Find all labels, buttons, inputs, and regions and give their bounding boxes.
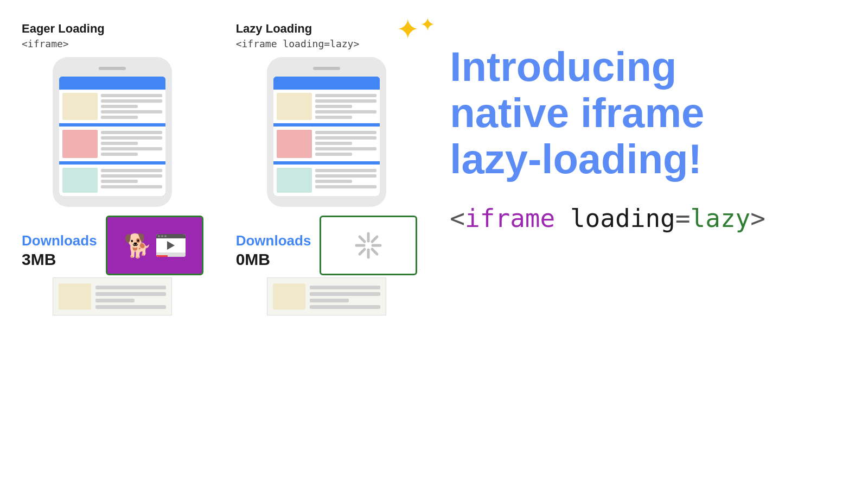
code-example: <iframe loading=lazy>	[450, 204, 846, 233]
line	[101, 136, 162, 140]
dog-icon: 🐕	[124, 232, 152, 259]
line	[101, 147, 162, 150]
headline-line3: lazy-loading!	[450, 136, 846, 182]
video-dot	[164, 235, 167, 237]
line	[101, 185, 162, 188]
lazy-below-phone	[267, 277, 386, 315]
eager-iframe-preview: 🐕	[106, 216, 203, 275]
content-lines-2	[101, 130, 162, 156]
line	[315, 105, 352, 108]
eager-below-phone	[53, 277, 172, 315]
lazy-title: Lazy Loading	[236, 22, 312, 36]
line	[315, 94, 376, 97]
screen-header	[59, 77, 165, 89]
img-placeholder-3	[277, 168, 312, 193]
line	[315, 169, 376, 172]
line	[101, 142, 138, 145]
line	[101, 94, 162, 97]
separator	[273, 162, 380, 163]
video-play-box	[156, 234, 186, 257]
line	[95, 292, 166, 296]
below-lines-lazy	[310, 283, 380, 309]
lazy-phone-frame	[267, 57, 386, 207]
lazy-downloads-area: Downloads 0MB	[236, 232, 311, 269]
line	[315, 136, 376, 140]
phone-speaker	[99, 67, 126, 70]
line	[315, 116, 352, 119]
svg-line-6	[372, 237, 377, 242]
line	[310, 299, 349, 302]
code-attr-value-lazy: lazy	[691, 204, 751, 233]
separator	[59, 162, 165, 163]
eager-downloads-row: Downloads 3MB 🐕	[22, 216, 203, 275]
separator	[59, 124, 165, 125]
img-placeholder-3	[62, 168, 98, 193]
eager-title: Eager Loading	[22, 22, 105, 36]
line	[315, 110, 376, 113]
eager-downloads-area: Downloads 3MB	[22, 232, 97, 269]
separator	[273, 124, 380, 125]
lazy-iframe-preview	[320, 216, 417, 275]
line	[101, 174, 162, 178]
eager-phone-screen	[59, 77, 165, 196]
code-attr-loading: loading	[570, 204, 675, 233]
code-equals: =	[675, 204, 691, 233]
content-block-3	[59, 165, 165, 196]
img-placeholder-2	[62, 130, 98, 158]
phones-section: Eager Loading <iframe>	[22, 22, 417, 315]
line	[101, 105, 138, 108]
lazy-downloads-label: Downloads	[236, 232, 311, 249]
eager-code: <iframe>	[22, 38, 69, 49]
loading-spinner-icon	[352, 229, 385, 262]
eager-phone-frame	[53, 57, 172, 207]
line	[315, 174, 376, 178]
content-lines-1	[101, 93, 162, 119]
content-block-2	[273, 127, 380, 161]
line	[101, 99, 162, 103]
sparkle-icon: ✦✦	[396, 15, 435, 43]
line	[95, 299, 135, 302]
img-placeholder-1	[277, 93, 312, 120]
content-lines-3	[315, 168, 376, 188]
line	[310, 286, 380, 289]
content-lines-2	[315, 130, 376, 156]
video-bottom-bar	[156, 252, 186, 257]
video-progress	[156, 255, 168, 257]
line	[315, 142, 352, 145]
content-block-1	[273, 90, 380, 123]
line	[101, 180, 138, 183]
video-play-area	[156, 238, 186, 252]
line	[101, 110, 162, 113]
content-block-1	[59, 90, 165, 123]
video-top-bar	[156, 234, 186, 238]
svg-line-5	[372, 249, 377, 254]
lazy-phone-screen	[273, 77, 380, 196]
eager-downloads-value: 3MB	[22, 250, 56, 269]
below-img-lazy	[273, 283, 305, 309]
phone-speaker	[313, 67, 340, 70]
content-block-2	[59, 127, 165, 161]
main-container: Eager Loading <iframe>	[0, 0, 868, 499]
line	[101, 116, 138, 119]
code-iframe-keyword: iframe	[465, 204, 555, 233]
code-space	[555, 204, 570, 233]
code-close-bracket: >	[750, 204, 765, 233]
line	[315, 131, 376, 134]
play-triangle-icon	[167, 241, 175, 250]
line	[95, 305, 166, 309]
line	[315, 99, 376, 103]
line	[315, 147, 376, 150]
text-section: Introducing native iframe lazy-loading! …	[417, 16, 846, 233]
line	[101, 169, 162, 172]
headline-line1: Introducing	[450, 43, 846, 90]
line	[315, 153, 352, 156]
line	[315, 180, 352, 183]
svg-line-7	[360, 249, 365, 254]
video-dot	[161, 235, 163, 237]
line	[315, 185, 376, 188]
lazy-downloads-row: Downloads 0MB	[236, 216, 418, 275]
eager-column: Eager Loading <iframe>	[22, 22, 203, 315]
headline-line2: native iframe	[450, 90, 846, 136]
lazy-column: Lazy Loading <iframe loading=lazy> ✦✦	[236, 22, 418, 315]
screen-header	[273, 77, 380, 89]
